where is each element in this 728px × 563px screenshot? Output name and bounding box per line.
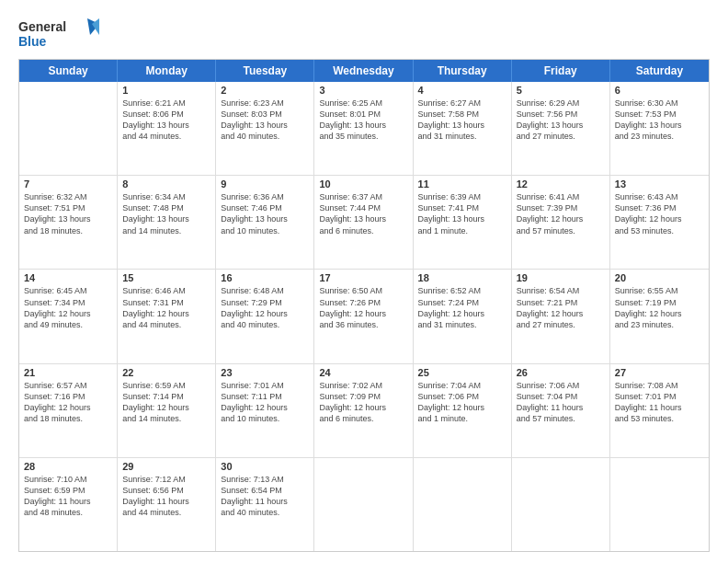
cell-info-line: and 18 minutes. <box>24 413 112 424</box>
cell-info-line: Daylight: 13 hours <box>319 120 407 131</box>
day-number: 30 <box>221 461 309 472</box>
calendar-cell-day-11: 11Sunrise: 6:39 AMSunset: 7:41 PMDayligh… <box>414 176 512 269</box>
calendar-cell-day-8: 8Sunrise: 6:34 AMSunset: 7:48 PMDaylight… <box>118 176 216 269</box>
cell-info-line: and 36 minutes. <box>319 319 407 330</box>
calendar-cell-day-23: 23Sunrise: 7:01 AMSunset: 7:11 PMDayligh… <box>216 364 314 457</box>
cell-info-line: and 44 minutes. <box>122 507 210 518</box>
cell-info-line: Sunrise: 6:29 AM <box>517 98 605 109</box>
day-number: 29 <box>122 461 210 472</box>
cell-info-line: Sunset: 7:36 PM <box>615 202 704 213</box>
day-number: 19 <box>517 272 605 283</box>
cell-info-line: Sunrise: 6:52 AM <box>418 285 506 296</box>
cell-info-line: and 53 minutes. <box>615 225 704 236</box>
logo-svg: General Blue <box>18 17 101 52</box>
cell-info-line: Sunset: 8:03 PM <box>221 109 309 120</box>
calendar-cell-day-28: 28Sunrise: 7:10 AMSunset: 6:59 PMDayligh… <box>19 458 118 551</box>
calendar-row-0: 1Sunrise: 6:21 AMSunset: 8:06 PMDaylight… <box>19 82 709 176</box>
day-number: 13 <box>615 178 704 190</box>
cell-info-line: Daylight: 12 hours <box>418 308 506 319</box>
calendar-cell-day-10: 10Sunrise: 6:37 AMSunset: 7:44 PMDayligh… <box>314 176 413 269</box>
day-number: 8 <box>122 178 210 190</box>
day-number: 15 <box>122 272 210 283</box>
day-number: 23 <box>221 367 309 378</box>
day-number: 20 <box>615 272 704 283</box>
calendar-cell-day-4: 4Sunrise: 6:27 AMSunset: 7:58 PMDaylight… <box>414 82 512 175</box>
day-number: 25 <box>418 367 506 378</box>
day-number: 26 <box>517 367 605 378</box>
cell-info-line: and 44 minutes. <box>122 131 210 142</box>
cell-info-line: and 48 minutes. <box>24 507 112 518</box>
cell-info-line: Sunrise: 7:04 AM <box>418 380 506 391</box>
calendar-cell-day-6: 6Sunrise: 6:30 AMSunset: 7:53 PMDaylight… <box>610 82 709 175</box>
cell-info-line: Daylight: 12 hours <box>615 308 704 319</box>
cell-info-line: and 6 minutes. <box>319 413 407 424</box>
cell-info-line: and 49 minutes. <box>24 319 112 330</box>
cell-info-line: Sunrise: 6:43 AM <box>615 191 704 202</box>
cell-info-line: Sunrise: 6:30 AM <box>615 98 704 109</box>
cell-info-line: and 40 minutes. <box>221 507 309 518</box>
calendar-cell-day-2: 2Sunrise: 6:23 AMSunset: 8:03 PMDaylight… <box>216 82 314 175</box>
cell-info-line: Sunset: 7:46 PM <box>221 202 309 213</box>
calendar-cell-day-20: 20Sunrise: 6:55 AMSunset: 7:19 PMDayligh… <box>610 270 709 362</box>
cell-info-line: Sunrise: 7:13 AM <box>221 474 309 485</box>
cell-info-line: and 27 minutes. <box>517 319 605 330</box>
calendar-cell-empty-4-3 <box>314 458 413 551</box>
cell-info-line: Sunrise: 6:41 AM <box>517 191 605 202</box>
calendar-cell-day-24: 24Sunrise: 7:02 AMSunset: 7:09 PMDayligh… <box>314 364 413 457</box>
cell-info-line: Daylight: 12 hours <box>418 402 506 413</box>
cell-info-line: Daylight: 13 hours <box>221 120 309 131</box>
cell-info-line: Daylight: 13 hours <box>418 213 506 224</box>
cell-info-line: Sunrise: 6:57 AM <box>24 380 112 391</box>
cell-info-line: Sunset: 7:56 PM <box>517 109 605 120</box>
cell-info-line: and 40 minutes. <box>221 319 309 330</box>
cell-info-line: Daylight: 11 hours <box>517 402 605 413</box>
cell-info-line: Sunset: 7:26 PM <box>319 297 407 308</box>
calendar-cell-day-30: 30Sunrise: 7:13 AMSunset: 6:54 PMDayligh… <box>216 458 314 551</box>
cell-info-line: Sunrise: 7:02 AM <box>319 380 407 391</box>
cell-info-line: Sunset: 6:59 PM <box>24 485 112 496</box>
cell-info-line: Daylight: 13 hours <box>615 120 704 131</box>
calendar-cell-empty-4-4 <box>414 458 512 551</box>
cell-info-line: Sunrise: 6:27 AM <box>418 98 506 109</box>
calendar-cell-day-12: 12Sunrise: 6:41 AMSunset: 7:39 PMDayligh… <box>512 176 610 269</box>
cell-info-line: Sunrise: 6:54 AM <box>517 285 605 296</box>
cell-info-line: Sunset: 7:34 PM <box>24 297 112 308</box>
cell-info-line: Sunrise: 6:25 AM <box>319 98 407 109</box>
calendar-cell-day-25: 25Sunrise: 7:04 AMSunset: 7:06 PMDayligh… <box>414 364 512 457</box>
cell-info-line: Daylight: 12 hours <box>615 213 704 224</box>
cell-info-line: Daylight: 12 hours <box>517 308 605 319</box>
calendar-cell-empty-4-6 <box>610 458 709 551</box>
cell-info-line: Daylight: 13 hours <box>24 213 112 224</box>
calendar-cell-day-7: 7Sunrise: 6:32 AMSunset: 7:51 PMDaylight… <box>19 176 118 269</box>
calendar-cell-day-1: 1Sunrise: 6:21 AMSunset: 8:06 PMDaylight… <box>118 82 216 175</box>
cell-info-line: and 35 minutes. <box>319 131 407 142</box>
cell-info-line: and 31 minutes. <box>418 131 506 142</box>
svg-text:Blue: Blue <box>18 34 47 49</box>
cell-info-line: Daylight: 12 hours <box>319 308 407 319</box>
cell-info-line: Sunrise: 6:32 AM <box>24 191 112 202</box>
cell-info-line: Sunrise: 6:39 AM <box>418 191 506 202</box>
cell-info-line: Sunrise: 7:08 AM <box>615 380 704 391</box>
cell-info-line: Daylight: 11 hours <box>24 496 112 507</box>
cell-info-line: and 23 minutes. <box>615 131 704 142</box>
day-number: 2 <box>221 85 309 96</box>
cell-info-line: Sunset: 6:54 PM <box>221 485 309 496</box>
header-day-monday: Monday <box>118 60 216 82</box>
cell-info-line: and 1 minute. <box>418 225 506 236</box>
cell-info-line: Sunset: 7:14 PM <box>122 391 210 402</box>
cell-info-line: Sunrise: 7:01 AM <box>221 380 309 391</box>
cell-info-line: Sunset: 7:04 PM <box>517 391 605 402</box>
calendar-cell-empty-0-0 <box>19 82 118 175</box>
calendar-cell-day-9: 9Sunrise: 6:36 AMSunset: 7:46 PMDaylight… <box>216 176 314 269</box>
day-number: 1 <box>122 85 210 96</box>
cell-info-line: Sunset: 7:16 PM <box>24 391 112 402</box>
cell-info-line: and 1 minute. <box>418 413 506 424</box>
day-number: 7 <box>24 178 112 190</box>
calendar-cell-day-18: 18Sunrise: 6:52 AMSunset: 7:24 PMDayligh… <box>414 270 512 362</box>
cell-info-line: Daylight: 12 hours <box>24 402 112 413</box>
cell-info-line: Sunrise: 7:06 AM <box>517 380 605 391</box>
cell-info-line: Sunrise: 6:55 AM <box>615 285 704 296</box>
cell-info-line: Sunset: 7:24 PM <box>418 297 506 308</box>
cell-info-line: Daylight: 13 hours <box>122 120 210 131</box>
cell-info-line: and 40 minutes. <box>221 131 309 142</box>
